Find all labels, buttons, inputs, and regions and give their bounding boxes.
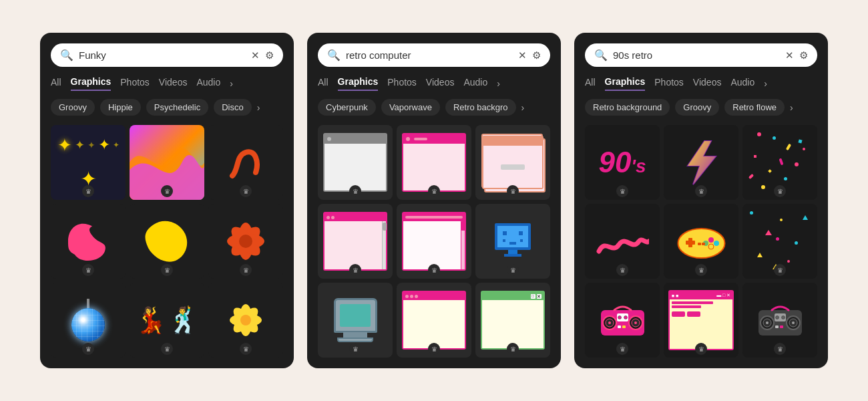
svg-point-24 bbox=[708, 237, 714, 243]
grid-item-green-win[interactable]: □ ✕ ♛ bbox=[475, 283, 550, 358]
svg-rect-18 bbox=[504, 254, 521, 257]
panel-retro-computer: 🔍 ✕ ⚙ All Graphics Photos Videos Audio ›… bbox=[307, 33, 561, 368]
chip-psychedelic[interactable]: Psychedelic bbox=[146, 99, 208, 116]
crown-badge: ♛ bbox=[507, 343, 519, 355]
tab-all[interactable]: All bbox=[51, 77, 61, 90]
svg-rect-15 bbox=[509, 242, 516, 245]
grid-item-confetti-top[interactable]: ♛ bbox=[742, 125, 817, 200]
grid-item-stacked-win[interactable]: ♛ bbox=[475, 125, 550, 200]
tab-videos[interactable]: Videos bbox=[159, 77, 188, 90]
tab-photos[interactable]: Photos bbox=[387, 77, 417, 90]
chips-more-icon[interactable]: › bbox=[521, 99, 525, 116]
grid-item-squiggle-orange[interactable]: ♛ bbox=[208, 125, 283, 200]
svg-rect-14 bbox=[503, 239, 505, 242]
boombox-colorful-svg bbox=[598, 300, 648, 340]
tab-photos[interactable]: Photos bbox=[654, 77, 684, 90]
svg-rect-23 bbox=[688, 238, 692, 247]
chip-groovy[interactable]: Groovy bbox=[51, 99, 95, 116]
clear-icon[interactable]: ✕ bbox=[251, 49, 260, 61]
chips-more-icon[interactable]: › bbox=[790, 99, 793, 116]
chip-retro-bg[interactable]: Retro backgro bbox=[445, 99, 516, 116]
tabs-retro: All Graphics Photos Videos Audio › bbox=[318, 76, 550, 91]
boombox-gray-svg bbox=[755, 300, 805, 340]
grid-item-stars[interactable]: ✦ ✦ ✦ ✦ ✦ ✦ ♛ bbox=[51, 125, 126, 200]
grid-item-disco[interactable]: ♛ bbox=[51, 283, 126, 358]
grid-item-pink-squiggle[interactable]: ♛ bbox=[585, 204, 660, 279]
crown-badge: ♛ bbox=[349, 343, 361, 355]
search-bar-90s: 🔍 ✕ ⚙ bbox=[585, 43, 817, 67]
tab-all[interactable]: All bbox=[318, 77, 329, 90]
crown-badge: ♛ bbox=[695, 264, 707, 276]
grid-item-retro-win-p3[interactable]: ■ ■ ▬ □ ✕ ♛ bbox=[664, 283, 738, 358]
svg-rect-28 bbox=[698, 243, 701, 245]
chip-hippie[interactable]: Hippie bbox=[100, 99, 141, 116]
svg-point-45 bbox=[766, 321, 769, 324]
search-input-funky[interactable] bbox=[79, 49, 246, 61]
filter-icon[interactable]: ⚙ bbox=[532, 49, 541, 61]
grid-item-yellow-flower[interactable]: ♛ bbox=[208, 283, 283, 358]
grid-item-pink-blob[interactable]: ♛ bbox=[51, 204, 126, 279]
grid-item-flower[interactable]: ♛ bbox=[208, 204, 283, 279]
crown-badge: ♛ bbox=[616, 343, 628, 355]
search-icon: 🔍 bbox=[60, 49, 73, 61]
tabs-more-icon[interactable]: › bbox=[764, 78, 767, 89]
tabs-more-icon[interactable]: › bbox=[497, 78, 500, 89]
tab-graphics[interactable]: Graphics bbox=[605, 76, 646, 91]
chip-vaporwave[interactable]: Vaporwave bbox=[381, 99, 440, 116]
grid-item-pink-cream[interactable]: ♛ bbox=[397, 283, 471, 358]
tab-videos[interactable]: Videos bbox=[426, 77, 455, 90]
grid-item-gray-win[interactable]: ♛ bbox=[318, 125, 393, 200]
pixel-computer-svg bbox=[489, 218, 536, 265]
clear-icon[interactable]: ✕ bbox=[518, 49, 527, 61]
grid-item-confetti2[interactable]: ♛ bbox=[742, 204, 817, 279]
crown-badge: ♛ bbox=[161, 264, 173, 276]
tab-graphics[interactable]: Graphics bbox=[71, 76, 112, 91]
grid-item-pink-win[interactable]: ♛ bbox=[397, 125, 471, 200]
tab-photos[interactable]: Photos bbox=[120, 77, 150, 90]
tab-graphics[interactable]: Graphics bbox=[338, 76, 379, 91]
chip-disco[interactable]: Disco bbox=[214, 99, 252, 116]
search-input-90s[interactable] bbox=[613, 49, 780, 61]
filter-icon[interactable]: ⚙ bbox=[799, 49, 808, 61]
svg-rect-16 bbox=[520, 239, 523, 242]
search-icon: 🔍 bbox=[594, 49, 608, 61]
crown-badge: ♛ bbox=[240, 185, 252, 197]
search-input-retro[interactable] bbox=[346, 49, 513, 61]
search-bar-retro: 🔍 ✕ ⚙ bbox=[318, 43, 550, 67]
crown-badge: ♛ bbox=[240, 343, 252, 355]
grid-item-dancers[interactable]: 💃🕺 ♛ bbox=[130, 283, 204, 358]
crown-badge: ♛ bbox=[695, 343, 707, 355]
tab-videos[interactable]: Videos bbox=[693, 77, 722, 90]
filter-icon[interactable]: ⚙ bbox=[265, 49, 274, 61]
svg-rect-41 bbox=[622, 325, 626, 328]
tab-all[interactable]: All bbox=[585, 77, 596, 90]
grid-funky: ✦ ✦ ✦ ✦ ✦ ✦ ♛ ♛ bbox=[51, 125, 283, 358]
clear-icon[interactable]: ✕ bbox=[785, 49, 794, 61]
grid-item-yellow-blob[interactable]: ♛ bbox=[130, 204, 204, 279]
grid-item-gray-win2[interactable]: ♛ bbox=[318, 204, 393, 279]
chip-groovy[interactable]: Groovy bbox=[675, 99, 719, 116]
grid-item-old-monitor[interactable]: ♛ bbox=[318, 283, 393, 358]
grid-90s: 90's ♛ ♛ bbox=[585, 125, 817, 358]
tab-audio[interactable]: Audio bbox=[196, 77, 220, 90]
tabs-funky: All Graphics Photos Videos Audio › bbox=[51, 76, 283, 91]
chip-cyberpunk[interactable]: Cyberpunk bbox=[318, 99, 376, 116]
grid-item-boombox-gray[interactable]: ♛ bbox=[742, 283, 817, 358]
grid-item-boombox-colorful[interactable]: ♛ bbox=[585, 283, 660, 358]
grid-item-pink-win2[interactable]: ♛ bbox=[397, 204, 471, 279]
grid-item-pixel-computer[interactable]: ♛ bbox=[475, 204, 550, 279]
grid-item-gamepad[interactable]: ♛ bbox=[664, 204, 738, 279]
crown-badge: ♛ bbox=[82, 264, 94, 276]
grid-item-wavy[interactable]: ♛ bbox=[130, 125, 204, 200]
chips-more-icon[interactable]: › bbox=[257, 99, 260, 116]
tabs-more-icon[interactable]: › bbox=[230, 78, 233, 89]
tab-audio[interactable]: Audio bbox=[730, 77, 754, 90]
svg-rect-53 bbox=[780, 325, 783, 328]
chip-retro-flower[interactable]: Retro flowe bbox=[724, 99, 785, 116]
grid-item-90s-text[interactable]: 90's ♛ bbox=[585, 125, 660, 200]
yellow-blob-svg bbox=[140, 215, 194, 268]
grid-item-lightning[interactable]: ♛ bbox=[664, 125, 738, 200]
svg-rect-52 bbox=[775, 325, 779, 328]
tab-audio[interactable]: Audio bbox=[463, 77, 487, 90]
chip-retro-bg[interactable]: Retro background bbox=[585, 99, 670, 116]
